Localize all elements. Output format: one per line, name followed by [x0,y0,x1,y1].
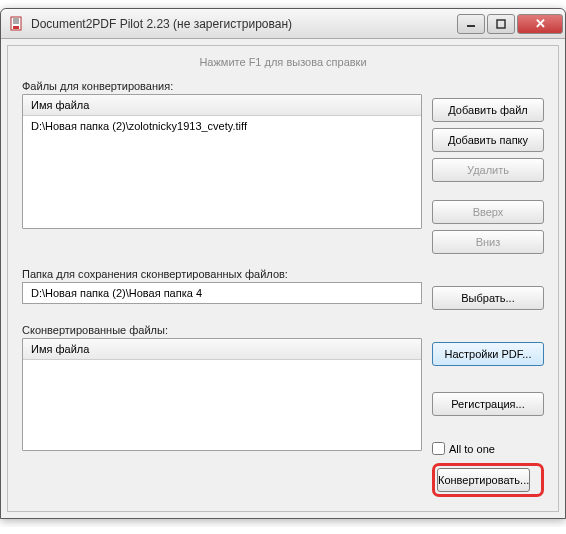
window-controls: ✕ [457,14,563,34]
files-column-header[interactable]: Имя файла [23,95,421,116]
up-button[interactable]: Вверх [432,200,544,224]
svg-rect-3 [497,20,505,28]
converted-list-body[interactable] [23,360,421,450]
output-path-field[interactable]: D:\Новая папка (2)\Новая папка 4 [22,282,422,304]
files-listbox[interactable]: Имя файла D:\Новая папка (2)\zolotnicky1… [22,94,422,229]
minimize-button[interactable] [457,14,485,34]
svg-rect-1 [13,26,19,29]
delete-button[interactable]: Удалить [432,158,544,182]
title-bar[interactable]: Document2PDF Pilot 2.23 (не зарегистриро… [1,9,565,39]
maximize-button[interactable] [487,14,515,34]
converted-label: Сконвертированные файлы: [22,324,422,336]
client-area: Нажмите F1 для вызова справки Файлы для … [7,45,559,512]
converted-column-header[interactable]: Имя файла [23,339,421,360]
window-title: Document2PDF Pilot 2.23 (не зарегистриро… [31,17,457,31]
down-button[interactable]: Вниз [432,230,544,254]
convert-button[interactable]: Конвертировать... [437,468,530,492]
app-window: Document2PDF Pilot 2.23 (не зарегистриро… [0,8,566,519]
all-to-one-input[interactable] [432,442,445,455]
help-hint: Нажмите F1 для вызова справки [22,56,544,68]
app-icon [9,16,25,32]
output-label: Папка для сохранения сконвертированных ф… [22,268,422,280]
add-folder-button[interactable]: Добавить папку [432,128,544,152]
converted-listbox[interactable]: Имя файла [22,338,422,451]
files-label: Файлы для конвертирования: [22,80,422,92]
pdf-settings-button[interactable]: Настройки PDF... [432,342,544,366]
list-item[interactable]: D:\Новая папка (2)\zolotnicky1913_cvety.… [31,120,413,132]
close-button[interactable]: ✕ [517,14,563,34]
output-path-value: D:\Новая папка (2)\Новая папка 4 [31,287,202,299]
all-to-one-label: All to one [449,443,495,455]
add-file-button[interactable]: Добавить файл [432,98,544,122]
register-button[interactable]: Регистрация... [432,392,544,416]
choose-folder-button[interactable]: Выбрать... [432,286,544,310]
convert-highlight: Конвертировать... [432,463,544,497]
files-list-body[interactable]: D:\Новая папка (2)\zolotnicky1913_cvety.… [23,116,421,228]
all-to-one-checkbox[interactable]: All to one [432,442,544,455]
